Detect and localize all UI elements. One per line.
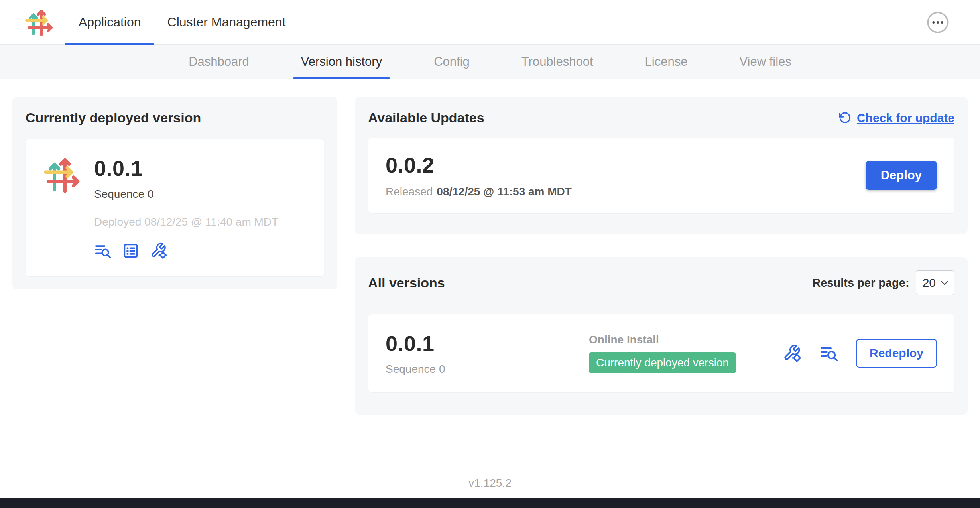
top-navbar: Application Cluster Management bbox=[0, 0, 980, 45]
deployed-actions bbox=[94, 242, 278, 260]
subnav-tab-config[interactable]: Config bbox=[426, 45, 478, 79]
available-updates-card: Available Updates Check for update 0.0.2 bbox=[355, 97, 968, 234]
update-details: 0.0.2 Released08/12/25 @ 11:53 am MDT bbox=[386, 153, 572, 198]
deployed-version-panel: 0.0.1 Sequence 0 Deployed 08/12/25 @ 11:… bbox=[26, 139, 324, 276]
all-versions-card: All versions Results per page: 20 bbox=[355, 257, 968, 415]
subnav-tab-troubleshoot[interactable]: Troubleshoot bbox=[514, 45, 601, 79]
currently-deployed-card: Currently deployed version 0.0.1 Sequenc… bbox=[12, 97, 337, 289]
update-version-number: 0.0.2 bbox=[386, 153, 572, 177]
released-label: Released bbox=[386, 185, 433, 198]
subnav-tab-dashboard-label: Dashboard bbox=[189, 55, 249, 69]
deploy-button[interactable]: Deploy bbox=[866, 161, 937, 190]
version-row-status: Online Install Currently deployed versio… bbox=[589, 333, 771, 373]
release-timestamp: Released08/12/25 @ 11:53 am MDT bbox=[386, 185, 572, 198]
deployed-sequence: Sequence 0 bbox=[94, 188, 278, 201]
results-per-page-select[interactable]: 20 bbox=[916, 270, 954, 295]
chevron-down-icon bbox=[939, 277, 950, 288]
subnav-tab-view-files-label: View files bbox=[739, 55, 791, 69]
available-updates-header: Available Updates Check for update bbox=[368, 110, 954, 126]
subnav-tab-version-history-label: Version history bbox=[301, 55, 382, 69]
install-type-label: Online Install bbox=[589, 333, 771, 346]
row-sequence: Sequence 0 bbox=[386, 363, 589, 376]
available-updates-title: Available Updates bbox=[368, 110, 484, 126]
update-row: 0.0.2 Released08/12/25 @ 11:53 am MDT De… bbox=[368, 138, 954, 213]
redeploy-button[interactable]: Redeploy bbox=[856, 339, 937, 368]
refresh-icon bbox=[838, 111, 852, 125]
subnav-tab-license[interactable]: License bbox=[637, 45, 696, 79]
results-per-page: Results per page: 20 bbox=[812, 270, 954, 295]
app-subnav: Dashboard Version history Config Trouble… bbox=[0, 45, 980, 79]
app-logo-icon bbox=[43, 156, 81, 260]
results-per-page-value: 20 bbox=[923, 276, 936, 289]
check-for-update-label: Check for update bbox=[857, 111, 954, 125]
subnav-tab-version-history[interactable]: Version history bbox=[293, 45, 390, 79]
main-content: Currently deployed version 0.0.1 Sequenc… bbox=[0, 79, 980, 415]
view-diff-icon[interactable] bbox=[94, 242, 112, 260]
subnav-tab-troubleshoot-label: Troubleshoot bbox=[521, 55, 593, 69]
version-row-actions: Redeploy bbox=[783, 339, 937, 368]
ellipsis-icon bbox=[927, 11, 949, 33]
right-column: Available Updates Check for update 0.0.2 bbox=[355, 97, 968, 415]
view-diff-icon[interactable] bbox=[819, 344, 838, 363]
all-versions-title: All versions bbox=[368, 275, 445, 291]
version-row-info: 0.0.1 Sequence 0 bbox=[386, 331, 589, 376]
deployed-timestamp: Deployed 08/12/25 @ 11:40 am MDT bbox=[94, 216, 278, 228]
results-per-page-label: Results per page: bbox=[812, 276, 909, 289]
deployed-version-details: 0.0.1 Sequence 0 Deployed 08/12/25 @ 11:… bbox=[94, 156, 278, 260]
preflight-checks-icon[interactable] bbox=[122, 242, 140, 260]
overflow-menu-button[interactable] bbox=[927, 11, 949, 33]
currently-deployed-badge: Currently deployed version bbox=[589, 352, 736, 373]
tab-cluster-management-label: Cluster Management bbox=[167, 15, 286, 30]
check-for-update-link[interactable]: Check for update bbox=[838, 111, 954, 125]
tab-application-label: Application bbox=[79, 15, 141, 30]
all-versions-header: All versions Results per page: 20 bbox=[368, 270, 954, 295]
version-row: 0.0.1 Sequence 0 Online Install Currentl… bbox=[368, 314, 954, 392]
bottom-bar bbox=[0, 498, 980, 508]
subnav-tab-view-files[interactable]: View files bbox=[731, 45, 799, 79]
deployed-version-number: 0.0.1 bbox=[94, 156, 278, 181]
subnav-tab-config-label: Config bbox=[434, 55, 470, 69]
app-logo-icon bbox=[25, 0, 53, 44]
console-version-label: v1.125.2 bbox=[0, 477, 980, 490]
edit-config-icon[interactable] bbox=[150, 242, 167, 260]
edit-config-icon[interactable] bbox=[783, 344, 802, 363]
top-tabs: Application Cluster Management bbox=[65, 0, 299, 44]
deployed-card-title: Currently deployed version bbox=[26, 110, 324, 126]
row-version-number: 0.0.1 bbox=[386, 331, 589, 356]
subnav-tab-dashboard[interactable]: Dashboard bbox=[181, 45, 257, 79]
tab-application[interactable]: Application bbox=[65, 0, 154, 44]
tab-cluster-management[interactable]: Cluster Management bbox=[154, 0, 299, 44]
subnav-tab-license-label: License bbox=[645, 55, 688, 69]
released-date: 08/12/25 @ 11:53 am MDT bbox=[437, 185, 572, 198]
